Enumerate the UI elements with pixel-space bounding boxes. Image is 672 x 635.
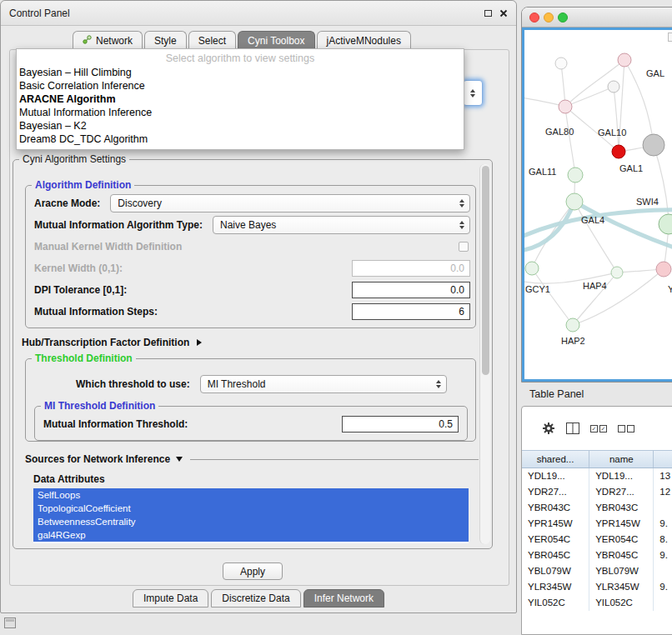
group-title: Threshold Definition	[32, 352, 136, 364]
tab-select[interactable]: Select	[188, 31, 236, 49]
node-label: GAL80	[545, 127, 574, 137]
close-traffic-light[interactable]	[529, 12, 539, 22]
node-gcy1[interactable]	[525, 262, 539, 275]
canvas-scroll-corner[interactable]	[668, 32, 672, 42]
algorithm-option[interactable]: Basic Correlation Inference	[17, 79, 464, 92]
list-item[interactable]: BetweennessCentrality	[33, 515, 469, 528]
node-hap4[interactable]	[611, 267, 623, 278]
table-cell[interactable]: YER054C	[589, 532, 654, 548]
table-cell[interactable]: YIL052C	[522, 595, 589, 611]
network-node[interactable]	[608, 81, 619, 92]
table-row[interactable]: YBR045C YBR045C 9.	[522, 548, 672, 563]
algorithm-option[interactable]: Dream8 DC_TDC Algorithm	[17, 132, 464, 146]
table-cell[interactable]: YBR045C	[522, 548, 589, 563]
table-row[interactable]: YDR27... YDR27... 12	[522, 484, 672, 500]
settings-scrollbar[interactable]	[479, 164, 490, 544]
select-all-checkboxes-icon[interactable]: ✓✓	[590, 425, 607, 432]
algorithm-combo-focus-fragment[interactable]	[463, 80, 483, 106]
tab-label: Network	[96, 35, 133, 47]
table-cell[interactable]: YBL079W	[522, 563, 589, 579]
list-item[interactable]: SelfLoops	[33, 488, 469, 502]
algorithm-option[interactable]: Bayesian – Hill Climbing	[17, 66, 464, 79]
tab-jactivemnodules[interactable]: jActiveMNodules	[317, 31, 411, 49]
node-gal80[interactable]	[559, 100, 572, 113]
table-cell[interactable]: YBL079W	[589, 563, 654, 579]
table-cell[interactable]	[654, 595, 672, 611]
network-node[interactable]	[659, 214, 672, 234]
float-window-icon[interactable]	[484, 10, 492, 17]
list-item[interactable]: gal4RGexp	[33, 528, 469, 542]
cyni-algorithm-settings-group: Cyni Algorithm Settings Algorithm Defini…	[13, 159, 493, 549]
node-gal4[interactable]	[566, 193, 583, 210]
tab-infer-network[interactable]: Infer Network	[303, 589, 384, 608]
tab-cyni-toolbox[interactable]: Cyni Toolbox	[238, 31, 314, 49]
column-header[interactable]: name	[589, 451, 654, 468]
table-cell[interactable]: YBR045C	[589, 548, 654, 563]
table-cell[interactable]: YDL19...	[589, 468, 654, 484]
table-cell[interactable]: YLR345W	[589, 579, 654, 595]
network-node[interactable]	[555, 58, 567, 69]
list-item[interactable]: TopologicalCoefficient	[33, 502, 469, 515]
node-gal10-red[interactable]	[612, 145, 625, 158]
deselect-all-checkboxes-icon[interactable]	[618, 425, 634, 432]
table-cell[interactable]: 13	[654, 468, 672, 484]
table-cell[interactable]: YDL19...	[522, 468, 589, 484]
columns-icon[interactable]	[566, 422, 579, 434]
table-cell[interactable]: YBR043C	[522, 500, 589, 516]
table-cell[interactable]	[654, 563, 672, 579]
mi-steps-field[interactable]: 6	[352, 303, 470, 320]
network-node[interactable]	[656, 262, 671, 277]
algorithm-option[interactable]: Mutual Information Inference	[17, 106, 464, 119]
minimized-panel-icon[interactable]	[4, 618, 16, 628]
zoom-traffic-light[interactable]	[558, 12, 568, 22]
network-canvas[interactable]: GAL GAL80 GAL10 GAL11 GAL1 SWI4 GAL4 GCY…	[522, 28, 672, 382]
dpi-tolerance-field[interactable]: 0.0	[352, 282, 470, 298]
gear-icon[interactable]	[542, 422, 555, 435]
minimize-traffic-light[interactable]	[544, 12, 554, 22]
column-header[interactable]: shared...	[522, 451, 589, 468]
mi-threshold-field[interactable]: 0.5	[342, 416, 459, 432]
table-row[interactable]: YLR345W YLR345W 9.	[522, 579, 672, 595]
table-cell[interactable]: 9.	[654, 516, 672, 532]
table-cell[interactable]: YER054C	[522, 532, 589, 548]
tab-style[interactable]: Style	[144, 31, 187, 49]
table-row[interactable]: YBL079W YBL079W	[522, 563, 672, 579]
table-cell[interactable]: 8.	[654, 532, 672, 548]
kernel-width-field[interactable]: 0.0	[352, 260, 470, 277]
tab-impute-data[interactable]: Impute Data	[133, 589, 208, 608]
column-header[interactable]	[654, 451, 672, 468]
table-cell[interactable]: YDR27...	[522, 484, 589, 500]
table-cell[interactable]: YPR145W	[589, 516, 654, 532]
close-icon[interactable]	[499, 9, 508, 18]
table-row[interactable]: YER054C YER054C 8.	[522, 532, 672, 548]
table-cell[interactable]: YPR145W	[522, 516, 589, 532]
table-cell[interactable]: YIL052C	[589, 595, 654, 611]
table-row[interactable]: YIL052C YIL052C	[522, 595, 672, 611]
aracne-mode-dropdown[interactable]: Discovery	[110, 194, 470, 212]
tab-network[interactable]: Network	[73, 31, 143, 49]
algorithm-option[interactable]: Bayesian – K2	[17, 119, 464, 132]
scrollbar-thumb[interactable]	[482, 166, 489, 375]
network-node[interactable]	[618, 53, 631, 67]
node-gray-hub[interactable]	[643, 134, 664, 156]
table-cell[interactable]: YDR27...	[589, 484, 654, 500]
sources-toggle[interactable]: Sources for Network Inference	[25, 453, 479, 465]
table-cell[interactable]: 9.	[654, 579, 672, 595]
table-cell[interactable]: 9.	[654, 548, 672, 563]
table-cell[interactable]: YBR043C	[589, 500, 654, 516]
manual-kernel-checkbox[interactable]	[459, 242, 469, 252]
hub-definition-toggle[interactable]: Hub/Transcription Factor Definition	[22, 337, 202, 348]
table-cell[interactable]: YLR345W	[522, 579, 589, 595]
node-gal11[interactable]	[568, 168, 583, 182]
tab-discretize-data[interactable]: Discretize Data	[211, 589, 300, 608]
which-threshold-dropdown[interactable]: MI Threshold	[200, 375, 447, 393]
apply-button[interactable]: Apply	[223, 562, 283, 580]
table-row[interactable]: YPR145W YPR145W 9.	[522, 516, 672, 532]
table-cell[interactable]: 12	[654, 484, 672, 500]
mi-type-dropdown[interactable]: Naive Bayes	[213, 216, 470, 234]
algorithm-option-selected[interactable]: ARACNE Algorithm	[17, 92, 464, 106]
table-row[interactable]: YBR043C YBR043C	[522, 500, 672, 516]
table-row[interactable]: YDL19... YDL19... 13	[522, 468, 672, 484]
table-cell[interactable]	[654, 500, 672, 516]
node-hap2[interactable]	[566, 318, 579, 332]
